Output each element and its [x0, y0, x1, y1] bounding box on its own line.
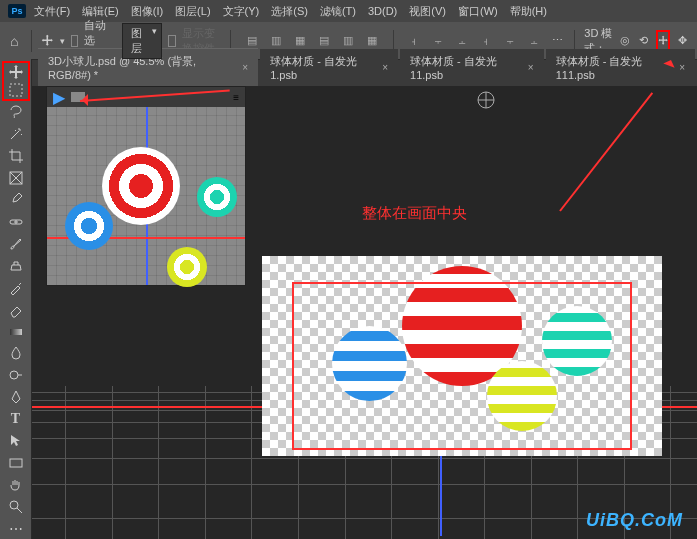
distribute-1-icon[interactable]: ⫞: [403, 30, 425, 52]
gradient-tool[interactable]: [2, 321, 30, 342]
transform-checkbox[interactable]: [168, 35, 176, 47]
align-center-v-icon[interactable]: ▥: [337, 30, 359, 52]
menu-select[interactable]: 选择(S): [267, 4, 312, 19]
path-selection-tool[interactable]: [2, 431, 30, 452]
lasso-tool[interactable]: [2, 102, 30, 123]
artboard-tool[interactable]: [8, 81, 24, 99]
svg-rect-3: [10, 329, 22, 335]
layer-dropdown[interactable]: 图层: [122, 23, 163, 59]
history-brush-tool[interactable]: [2, 277, 30, 298]
navigator-panel[interactable]: ▶ ≡: [46, 86, 246, 286]
watermark: UiBQ.CoM: [586, 510, 683, 531]
rectangle-tool[interactable]: [2, 453, 30, 474]
svg-rect-5: [10, 459, 22, 467]
arrow-head-icon: [76, 94, 88, 106]
tab-label: 球体材质 - 自发光11.psb: [410, 54, 522, 81]
close-icon[interactable]: ×: [382, 62, 388, 73]
magic-wand-tool[interactable]: [2, 124, 30, 145]
secondary-view-widget[interactable]: [476, 90, 496, 110]
distribute-5-icon[interactable]: ⫟: [499, 30, 521, 52]
close-icon[interactable]: ×: [679, 62, 685, 73]
menu-edit[interactable]: 编辑(E): [78, 4, 123, 19]
align-right-icon[interactable]: ▦: [289, 30, 311, 52]
healing-brush-tool[interactable]: [2, 212, 30, 233]
type-tool[interactable]: T: [2, 409, 30, 430]
separator: [31, 30, 32, 52]
distribute-2-icon[interactable]: ⫟: [427, 30, 449, 52]
selection-rectangle: [292, 282, 632, 450]
tab-2[interactable]: 球体材质 - 自发光11.psb×: [400, 49, 544, 86]
zoom-tool[interactable]: [2, 496, 30, 517]
menu-image[interactable]: 图像(I): [127, 4, 167, 19]
menu-view[interactable]: 视图(V): [405, 4, 450, 19]
home-icon[interactable]: ⌂: [8, 30, 21, 52]
svg-rect-0: [10, 84, 22, 96]
align-top-icon[interactable]: ▤: [313, 30, 335, 52]
tool-panel: T ⋯: [0, 59, 32, 539]
nav-red-ball: [102, 147, 180, 225]
clone-stamp-tool[interactable]: [2, 255, 30, 276]
move-artboard-tools: [2, 61, 30, 101]
menu-window[interactable]: 窗口(W): [454, 4, 502, 19]
menu-file[interactable]: 文件(F): [30, 4, 74, 19]
auto-select-checkbox[interactable]: [71, 35, 79, 47]
move-tool[interactable]: [8, 63, 24, 81]
menu-layer[interactable]: 图层(L): [171, 4, 214, 19]
ps-logo-icon[interactable]: Ps: [8, 4, 26, 18]
distribute-6-icon[interactable]: ⫠: [523, 30, 545, 52]
distribute-4-icon[interactable]: ⫞: [475, 30, 497, 52]
distribute-3-icon[interactable]: ⫠: [451, 30, 473, 52]
frame-tool[interactable]: [2, 168, 30, 189]
eraser-tool[interactable]: [2, 299, 30, 320]
tab-label: 球体材质 - 自发光111.psb: [556, 54, 674, 81]
document-tab-bar: 3D小球儿.psd @ 45.5% (背景, RGB/8#) *× 球体材质 -…: [0, 60, 697, 86]
align-center-h-icon[interactable]: ▥: [265, 30, 287, 52]
annotation-text: 整体在画面中央: [362, 204, 467, 223]
close-icon[interactable]: ×: [528, 62, 534, 73]
nav-cyan-ball: [197, 177, 237, 217]
blur-tool[interactable]: [2, 343, 30, 364]
crop-tool[interactable]: [2, 146, 30, 167]
brush-tool[interactable]: [2, 233, 30, 254]
edit-toolbar-icon[interactable]: ⋯: [2, 518, 30, 539]
hand-tool[interactable]: [2, 474, 30, 495]
timeline-marker-icon[interactable]: ▶: [53, 88, 65, 107]
tab-label: 球体材质 - 自发光1.psb: [270, 54, 376, 81]
dropdown-arrow-icon[interactable]: ▾: [60, 36, 65, 46]
tab-1[interactable]: 球体材质 - 自发光1.psb×: [260, 49, 398, 86]
svg-point-4: [10, 371, 18, 379]
eyedropper-tool[interactable]: [2, 190, 30, 211]
menu-filter[interactable]: 滤镜(T): [316, 4, 360, 19]
close-icon[interactable]: ×: [242, 62, 248, 73]
svg-point-6: [10, 501, 18, 509]
align-left-icon[interactable]: ▤: [241, 30, 263, 52]
menu-3d[interactable]: 3D(D): [364, 5, 401, 17]
canvas-area[interactable]: ▶ ≡ 整体在画面中央 UiBQ.CoM: [32, 86, 697, 539]
nav-yellow-ball: [167, 247, 207, 287]
panel-menu-icon[interactable]: ≡: [233, 92, 239, 103]
pen-tool[interactable]: [2, 387, 30, 408]
align-bottom-icon[interactable]: ▦: [361, 30, 383, 52]
menu-help[interactable]: 帮助(H): [506, 4, 551, 19]
dodge-tool[interactable]: [2, 365, 30, 386]
navigator-preview[interactable]: [47, 107, 245, 285]
nav-blue-ball: [65, 202, 113, 250]
menu-type[interactable]: 文字(Y): [219, 4, 264, 19]
